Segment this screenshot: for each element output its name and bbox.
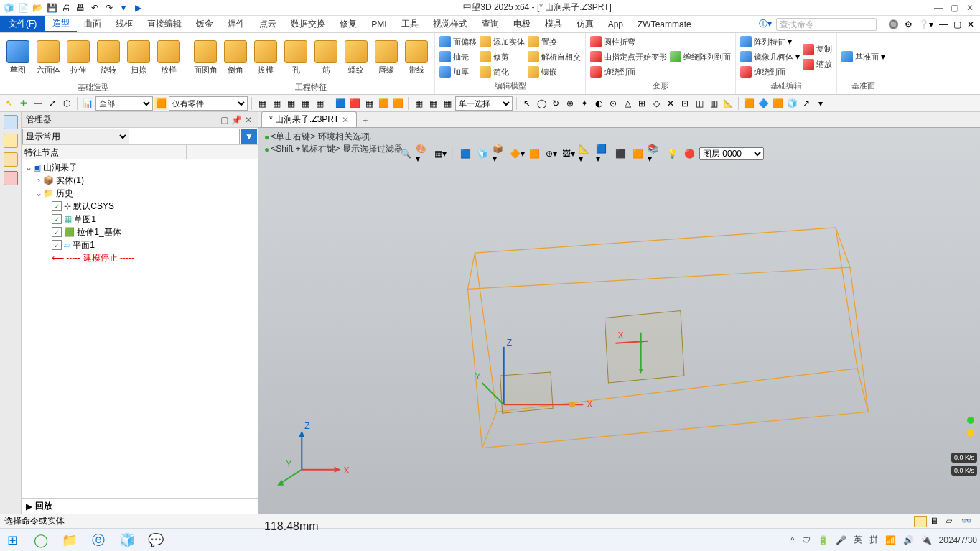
cursor-icon[interactable]: ↖ [3, 97, 16, 110]
tray-power-icon[interactable]: 🔌 [921, 535, 932, 545]
btn-rib[interactable]: 筋 [311, 34, 341, 80]
nav-icon-6[interactable]: ◐ [592, 97, 605, 110]
close-tab-icon[interactable]: ✕ [342, 115, 349, 125]
tree-entity[interactable]: ›📦 实体(1) [22, 174, 258, 187]
wechat-icon[interactable]: 💬 [146, 531, 165, 550]
restore-icon[interactable]: ▢ [948, 2, 960, 14]
chart-icon[interactable]: 📊 [81, 97, 94, 110]
start-button[interactable]: ⊞ [3, 531, 22, 550]
col-feature-node[interactable]: 特征节点 [22, 145, 187, 159]
tool-icon-5[interactable]: ▦ [313, 97, 326, 110]
nav-icon-7[interactable]: ⊙ [607, 97, 620, 110]
file-menu[interactable]: 文件(F) [0, 16, 45, 32]
btn-sweep[interactable]: 扫掠 [123, 34, 154, 80]
btn-hole[interactable]: 孔 [281, 34, 311, 80]
tray-wifi-icon[interactable]: 📶 [885, 535, 896, 545]
command-search[interactable]: 查找命令 [776, 18, 877, 31]
filter-icon[interactable]: ▼ [241, 129, 257, 144]
btn-wrap-array-to-face[interactable]: 缠绕阵列到面 [668, 50, 732, 64]
edge-icon[interactable]: ⓔ [89, 531, 108, 550]
3d-canvas[interactable]: X Z Y X X Z Y 118.48mm [258, 158, 980, 536]
nav-icon-1[interactable]: ↖ [521, 97, 533, 110]
tray-battery-icon[interactable]: 🔋 [818, 535, 829, 545]
tab-data-exchange[interactable]: 数据交换 [284, 16, 332, 32]
btn-simplify[interactable]: 简化 [478, 65, 526, 79]
expand-icon[interactable]: ⤢ [46, 97, 59, 110]
tree-history[interactable]: ⌄📁 历史 [22, 187, 258, 200]
btn-inlay[interactable]: 镶嵌 [526, 65, 582, 79]
save-icon[interactable]: 💾 [46, 2, 57, 14]
btn-strip[interactable]: 带线 [401, 34, 431, 80]
doc-tab-active[interactable]: * 山涧果子.Z3PRT✕ [261, 111, 357, 127]
tool-icon-3[interactable]: ▦ [284, 97, 297, 110]
app-icon[interactable]: 🧊 [3, 2, 14, 14]
nav-icon-17[interactable]: 🔷 [757, 97, 770, 110]
redo-icon[interactable]: ↷ [103, 2, 115, 14]
min2-icon[interactable]: — [939, 19, 948, 29]
sidebar-tab-4[interactable] [4, 171, 18, 185]
btn-scale[interactable]: 缩放 [801, 57, 834, 72]
tree-sketch1[interactable]: ✓▦ 草图1 [22, 213, 258, 226]
nav-icon-9[interactable]: ⊞ [635, 97, 648, 110]
search-history-input[interactable] [131, 129, 240, 144]
btn-sketch[interactable]: 草图 [3, 34, 33, 80]
tool-icon-10[interactable]: 🟧 [391, 97, 404, 110]
btn-chamfer[interactable]: 倒角 [220, 34, 251, 80]
tool-icon-4[interactable]: ▦ [299, 97, 312, 110]
browser-icon[interactable]: ◯ [32, 531, 50, 550]
tab-electrode[interactable]: 电极 [506, 16, 538, 32]
nav-icon-5[interactable]: ✦ [578, 97, 591, 110]
filter-parts-only[interactable]: 仅有零件 [169, 96, 248, 111]
tool-icon-6[interactable]: 🟦 [334, 97, 347, 110]
nav-icon-16[interactable]: 🟧 [742, 97, 755, 110]
open-icon[interactable]: 📂 [32, 2, 43, 14]
btn-wrap-to-face[interactable]: 缠绕到面 [589, 65, 668, 79]
tab-mold[interactable]: 模具 [538, 16, 569, 32]
btn-shell[interactable]: 抽壳 [438, 50, 478, 64]
explorer-icon[interactable]: 📁 [60, 531, 79, 550]
tray-volume-icon[interactable]: 🔊 [903, 535, 914, 545]
btn-thread[interactable]: 螺纹 [341, 34, 371, 80]
tab-repair[interactable]: 修复 [332, 16, 364, 32]
tab-pmi[interactable]: PMI [364, 16, 393, 32]
btn-copy[interactable]: 复制 [801, 42, 834, 57]
nav-icon-18[interactable]: 🟧 [771, 97, 784, 110]
nav-icon-10[interactable]: ◇ [650, 97, 663, 110]
nav-icon-12[interactable]: ⊡ [678, 97, 691, 110]
btn-face-offset[interactable]: 面偏移 [438, 34, 478, 49]
btn-add-entity[interactable]: 添加实体 [478, 34, 526, 49]
tab-wireframe[interactable]: 线框 [108, 16, 140, 32]
zw3d-icon[interactable]: 🧊 [118, 531, 136, 550]
tab-simulation[interactable]: 仿真 [569, 16, 601, 32]
pin-icon[interactable]: 📌 [230, 115, 243, 125]
nav-icon-8[interactable]: △ [621, 97, 634, 110]
tab-visual-style[interactable]: 视觉样式 [426, 16, 475, 32]
nav-icon-11[interactable]: ✕ [664, 97, 677, 110]
max2-icon[interactable]: ▢ [953, 19, 961, 29]
tool-icon-12[interactable]: ▦ [426, 97, 439, 110]
nav-icon-20[interactable]: ↗ [800, 97, 813, 110]
sidebar-tab-1[interactable] [4, 115, 18, 129]
tab-direct-edit[interactable]: 直接编辑 [140, 16, 189, 32]
dock-icon[interactable]: ▢ [219, 115, 230, 125]
gear-icon[interactable]: ⚙ [905, 19, 913, 29]
tool-icon-7[interactable]: 🟥 [348, 97, 361, 110]
btn-trim[interactable]: 修剪 [478, 50, 526, 64]
clock-date[interactable]: 2024/7/30 [939, 535, 977, 545]
close-panel-icon[interactable]: ✕ [243, 115, 253, 125]
dropdown-icon[interactable]: ▾ [118, 2, 129, 14]
play-icon[interactable]: ▶ [132, 2, 144, 14]
tool-icon-9[interactable]: 🟧 [377, 97, 390, 110]
tab-surface[interactable]: 曲面 [77, 16, 108, 32]
undo-icon[interactable]: ↶ [89, 2, 101, 14]
nav-icon-4[interactable]: ⊕ [564, 97, 577, 110]
btn-loft[interactable]: 放样 [154, 34, 184, 80]
tree-model-stop[interactable]: ⟵ ----- 建模停止 ----- [22, 251, 258, 264]
nav-icon-19[interactable]: 🧊 [785, 97, 798, 110]
print-icon[interactable]: 🖨 [60, 2, 72, 14]
tab-weldment[interactable]: 焊件 [220, 16, 252, 32]
tree-root[interactable]: ⌄▣ 山涧果子 [22, 161, 258, 174]
tree-plane1[interactable]: ✓▱ 平面1 [22, 239, 258, 251]
tab-pointcloud[interactable]: 点云 [252, 16, 284, 32]
btn-deform-from-point[interactable]: 由指定点开始变形 [589, 50, 668, 64]
